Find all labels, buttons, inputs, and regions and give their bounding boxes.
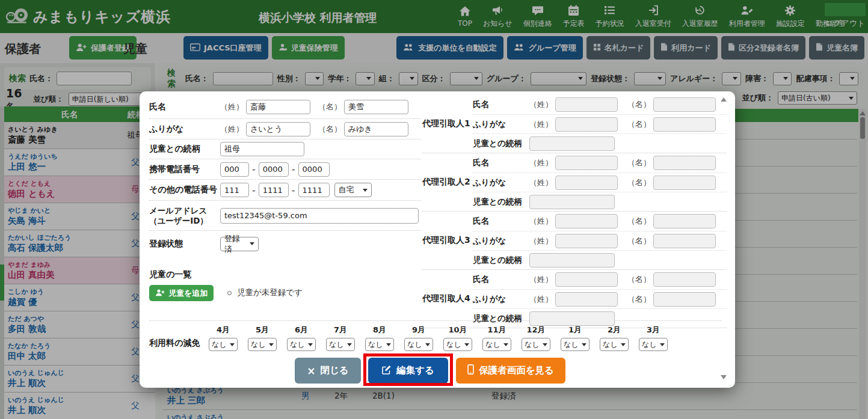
phone-type-select[interactable]: 自宅 <box>334 183 372 197</box>
mobile-part2-input[interactable] <box>259 162 289 177</box>
guardian-detail-modal: 氏名 （姓） （名） ふりがな （姓） （名） 児童との続柄 携帯電話番号 - <box>140 91 735 388</box>
person-plus-icon <box>155 289 165 298</box>
status-row: 登録状態 登録済 <box>149 231 421 257</box>
proxy-group-3: 代理引取人3 氏名（姓）（名） ふりがな（姓）（名） 児童との続柄 <box>422 212 727 270</box>
mobile-part1-input[interactable] <box>220 162 249 177</box>
other-phone-part3-input[interactable] <box>298 183 330 197</box>
proxy-group-2: 代理引取人2 氏名（姓）（名） ふりがな（姓）（名） 児童との続柄 <box>422 153 727 212</box>
discount-select-jul[interactable]: なし <box>326 338 355 351</box>
bullet-icon <box>227 291 232 295</box>
proxy1-relation-input[interactable] <box>529 136 615 151</box>
discount-select-may[interactable]: なし <box>248 338 277 351</box>
proxy3-first-kana-input[interactable] <box>653 234 716 248</box>
proxy4-last-name-input[interactable] <box>555 272 618 287</box>
fee-discount-label: 利用料の減免 <box>149 325 209 351</box>
proxy4-first-name-input[interactable] <box>653 272 716 287</box>
close-button[interactable]: × 閉じる <box>295 358 361 384</box>
proxy3-last-kana-input[interactable] <box>555 234 618 248</box>
app-window: みまもりキッズ横浜 横浜小学校 利用者管理 TOP お知らせ 個別連絡 予定表 <box>0 0 868 419</box>
mobile-phone-row: 携帯電話番号 - - <box>149 159 421 180</box>
relation-row: 児童との続柄 <box>149 139 421 159</box>
discount-select-feb[interactable]: なし <box>600 338 629 351</box>
proxy1-first-kana-input[interactable] <box>653 117 716 132</box>
last-name-input[interactable] <box>246 100 310 114</box>
discount-select-jan[interactable]: なし <box>561 338 589 351</box>
add-child-button[interactable]: 児童を追加 <box>149 285 214 301</box>
proxy3-first-name-input[interactable] <box>653 214 716 228</box>
email-row: メールアドレス（ユーザーID） <box>149 201 421 231</box>
proxy2-last-kana-input[interactable] <box>555 176 618 190</box>
view-guardian-screen-button[interactable]: 保護者画面を見る <box>456 358 565 384</box>
registration-status-modal-select[interactable]: 登録済 <box>220 237 259 251</box>
discount-select-dec[interactable]: なし <box>522 338 550 351</box>
mobile-part3-input[interactable] <box>298 162 330 177</box>
proxy2-relation-input[interactable] <box>529 195 615 209</box>
proxy2-last-name-input[interactable] <box>555 156 618 170</box>
fee-discount-block: 利用料の減免 4月なし 5月なし 6月なし 7月なし 8月なし 9月なし 10月… <box>149 325 678 351</box>
proxy1-last-kana-input[interactable] <box>555 117 618 132</box>
children-list-block: 児童の一覧 児童を追加 児童が未登録です <box>149 269 421 280</box>
discount-select-mar[interactable]: なし <box>639 338 668 351</box>
proxy2-first-kana-input[interactable] <box>653 176 716 190</box>
proxy3-relation-input[interactable] <box>529 253 615 268</box>
proxy-pickup-section: 代理引取人1 氏名（姓）（名） ふりがな（姓）（名） 児童との続柄 代理引取人2… <box>422 95 727 328</box>
email-input[interactable] <box>220 208 419 224</box>
proxy1-first-name-input[interactable] <box>653 97 716 112</box>
annotation-highlight-box <box>363 353 453 386</box>
close-icon: × <box>307 365 315 377</box>
last-name-kana-input[interactable] <box>246 122 310 136</box>
proxy4-relation-input[interactable] <box>529 311 615 326</box>
discount-select-sep[interactable]: なし <box>404 338 433 351</box>
other-phone-part2-input[interactable] <box>259 183 289 197</box>
proxy-group-4: 代理引取人4 氏名（姓）（名） ふりがな（姓）（名） 児童との続柄 <box>422 270 727 328</box>
modal-scroll-down-arrow[interactable] <box>721 375 727 379</box>
guardian-form-left: 氏名 （姓） （名） ふりがな （姓） （名） 児童との続柄 携帯電話番号 - <box>149 95 421 257</box>
chevron-down-icon <box>250 242 254 245</box>
discount-select-aug[interactable]: なし <box>365 338 394 351</box>
discount-select-nov[interactable]: なし <box>482 338 511 351</box>
no-children-note: 児童が未登録です <box>227 287 303 298</box>
proxy3-last-name-input[interactable] <box>555 214 618 228</box>
proxy2-first-name-input[interactable] <box>653 156 716 170</box>
other-phone-row: その他の電話番号 - - 自宅 <box>149 180 421 201</box>
other-phone-part1-input[interactable] <box>220 183 249 197</box>
discount-select-oct[interactable]: なし <box>443 338 472 351</box>
proxy1-last-name-input[interactable] <box>555 97 618 112</box>
chevron-down-icon <box>363 189 368 192</box>
phone-icon <box>467 364 474 377</box>
proxy4-first-kana-input[interactable] <box>653 292 716 307</box>
relation-input[interactable] <box>220 142 304 156</box>
kana-row: ふりがな （姓） （名） <box>149 119 421 139</box>
first-name-kana-input[interactable] <box>344 122 408 136</box>
name-row: 氏名 （姓） （名） <box>149 95 421 119</box>
first-name-input[interactable] <box>344 100 408 114</box>
children-list-label: 児童の一覧 <box>149 269 421 280</box>
discount-select-apr[interactable]: なし <box>209 338 238 351</box>
proxy4-last-kana-input[interactable] <box>555 292 618 307</box>
proxy-group-1: 代理引取人1 氏名（姓）（名） ふりがな（姓）（名） 児童との続柄 <box>422 95 727 153</box>
discount-select-jun[interactable]: なし <box>287 338 316 351</box>
